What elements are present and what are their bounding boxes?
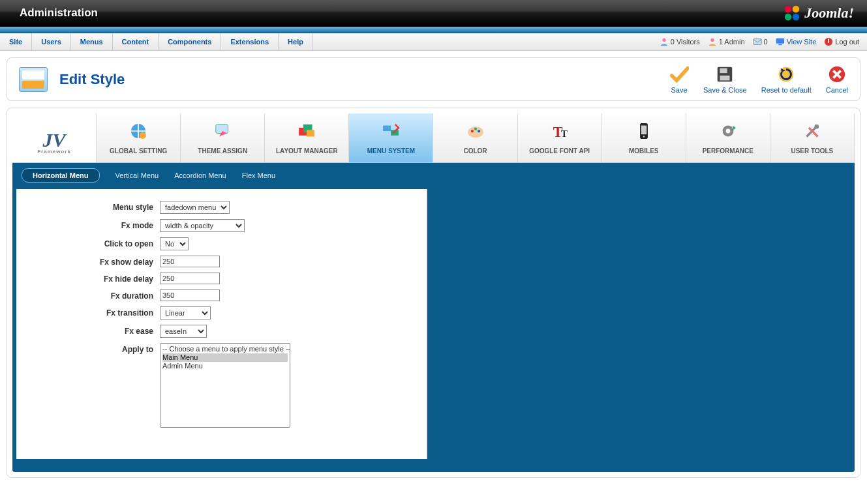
- joomla-icon: [782, 3, 802, 23]
- tab-color[interactable]: COLOR: [433, 113, 517, 162]
- menu-style-select[interactable]: fadedown menu: [160, 201, 230, 214]
- framework-tabs: JV Framework GLOBAL SETTING THEME ASSIGN…: [12, 113, 855, 163]
- cancel-button[interactable]: Cancel: [826, 65, 848, 94]
- subtab-accordion[interactable]: Accordion Menu: [174, 171, 226, 179]
- svg-rect-31: [641, 126, 646, 135]
- panel-wrap: JV Framework GLOBAL SETTING THEME ASSIGN…: [7, 108, 860, 478]
- menu-components[interactable]: Components: [159, 33, 221, 50]
- svg-rect-10: [828, 39, 829, 43]
- svg-rect-7: [776, 38, 784, 44]
- menu-help[interactable]: Help: [279, 33, 313, 50]
- apply-to-select[interactable]: -- Choose a menu to apply menu style --M…: [160, 343, 290, 428]
- fx-ease-label: Fx ease: [29, 325, 160, 336]
- jv-framework-logo-tab: JV Framework: [12, 113, 97, 162]
- menu-extensions[interactable]: Extensions: [221, 33, 279, 50]
- menu-content[interactable]: Content: [113, 33, 159, 50]
- status-bar: 0 Visitors 1 Admin 0 View Site Log out: [652, 33, 867, 50]
- fx-transition-label: Fx transition: [29, 306, 160, 318]
- status-admin: 1 Admin: [708, 37, 745, 46]
- svg-point-4: [662, 38, 665, 42]
- font-icon: TT: [549, 120, 571, 142]
- tab-performance[interactable]: PERFORMANCE: [686, 113, 770, 162]
- svg-point-25: [470, 130, 473, 132]
- status-view-site[interactable]: View Site: [776, 37, 817, 46]
- main-menu-bar: Site Users Menus Content Components Exte…: [0, 33, 867, 51]
- menu-users[interactable]: Users: [32, 33, 71, 50]
- menu-settings-form: Menu style fadedown menu Fx mode width &…: [16, 189, 427, 459]
- svg-point-17: [140, 132, 146, 139]
- svg-rect-21: [307, 130, 314, 136]
- reset-button[interactable]: Reset to default: [761, 65, 812, 94]
- layout-icon: [296, 120, 318, 142]
- check-icon: [669, 65, 689, 84]
- menu-menus[interactable]: Menus: [71, 33, 113, 50]
- page-header: Edit Style Save Save & Close Reset to de…: [7, 57, 860, 101]
- page-title-icon: [19, 67, 48, 92]
- joomla-brand: Joomla!: [782, 3, 854, 23]
- fx-mode-select[interactable]: width & opacity: [160, 219, 245, 232]
- subtab-horizontal[interactable]: Horizontal Menu: [22, 168, 100, 183]
- menu-icon: [380, 120, 402, 142]
- tab-google-font[interactable]: TT GOOGLE FONT API: [518, 113, 602, 162]
- svg-point-2: [785, 14, 792, 21]
- monitor-icon: [776, 37, 785, 46]
- click-open-label: Click to open: [29, 237, 160, 248]
- svg-point-27: [477, 130, 479, 132]
- menu-subtabs: Horizontal Menu Vertical Menu Accordion …: [12, 163, 855, 189]
- tab-global-setting[interactable]: GLOBAL SETTING: [97, 113, 181, 162]
- click-open-select[interactable]: No: [160, 237, 189, 250]
- tools-icon: [801, 120, 823, 142]
- svg-point-35: [814, 125, 819, 129]
- reset-icon: [776, 65, 796, 84]
- paint-icon: [211, 120, 234, 142]
- status-messages[interactable]: 0: [753, 37, 768, 46]
- menu-style-label: Menu style: [29, 201, 160, 212]
- tab-layout-manager[interactable]: LAYOUT MANAGER: [265, 113, 349, 162]
- blue-accent-bar: [0, 27, 867, 33]
- subtab-vertical[interactable]: Vertical Menu: [115, 171, 159, 179]
- svg-point-0: [785, 6, 792, 13]
- svg-point-26: [474, 127, 476, 130]
- svg-rect-13: [720, 76, 730, 81]
- palette-icon: [464, 120, 487, 142]
- user-icon: [660, 37, 669, 46]
- fx-show-delay-input[interactable]: [160, 256, 220, 267]
- tab-theme-assign[interactable]: THEME ASSIGN: [181, 113, 265, 162]
- blue-panel: JV Framework GLOBAL SETTING THEME ASSIGN…: [12, 113, 855, 472]
- subtab-flex[interactable]: Flex Menu: [242, 171, 275, 179]
- fx-ease-select[interactable]: easeIn: [160, 325, 207, 338]
- svg-rect-12: [720, 68, 727, 74]
- apply-to-label: Apply to: [29, 343, 160, 354]
- svg-point-1: [793, 6, 800, 13]
- page-title: Edit Style: [59, 71, 125, 88]
- admin-icon: [708, 37, 717, 46]
- svg-rect-8: [778, 44, 782, 46]
- svg-point-5: [710, 38, 714, 42]
- tab-user-tools[interactable]: USER TOOLS: [770, 113, 855, 162]
- svg-rect-22: [384, 126, 391, 132]
- svg-text:T: T: [560, 128, 567, 139]
- logout-icon: [824, 37, 833, 46]
- tab-menu-system[interactable]: MENU SYSTEM: [349, 113, 433, 162]
- save-button[interactable]: Save: [669, 65, 689, 94]
- fx-duration-label: Fx duration: [29, 289, 160, 301]
- tab-mobiles[interactable]: MOBILES: [602, 113, 686, 162]
- cancel-icon: [827, 65, 847, 84]
- main-menu: Site Users Menus Content Components Exte…: [0, 33, 313, 50]
- action-toolbar: Save Save & Close Reset to default Cance…: [669, 65, 848, 94]
- fx-transition-select[interactable]: Linear: [160, 306, 211, 319]
- mail-icon: [753, 37, 762, 46]
- gear-icon: [717, 120, 739, 142]
- fx-hide-delay-label: Fx hide delay: [29, 273, 160, 284]
- menu-site[interactable]: Site: [0, 33, 32, 50]
- svg-point-32: [643, 136, 645, 138]
- status-visitors: 0 Visitors: [660, 37, 700, 46]
- fx-show-delay-label: Fx show delay: [29, 256, 160, 267]
- fx-hide-delay-input[interactable]: [160, 273, 220, 284]
- globe-icon: [127, 120, 149, 142]
- svg-point-34: [725, 129, 730, 134]
- save-close-button[interactable]: Save & Close: [703, 65, 747, 94]
- status-logout[interactable]: Log out: [824, 37, 859, 46]
- fx-duration-input[interactable]: [160, 289, 220, 301]
- svg-point-3: [793, 14, 800, 21]
